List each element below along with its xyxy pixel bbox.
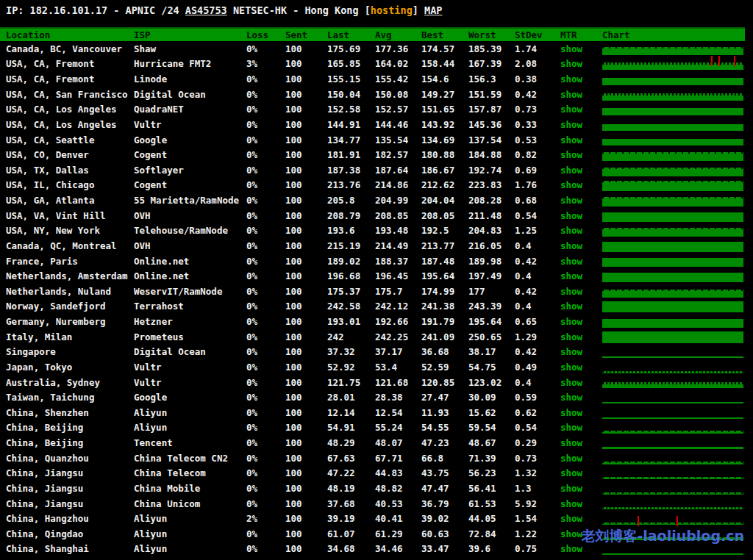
latency-jitter-notches [602, 152, 743, 154]
row-isp: Aliyun [134, 422, 246, 433]
row-sent: 100 [285, 543, 327, 554]
mtr-show-link[interactable]: show [560, 104, 582, 115]
row-sent: 100 [285, 362, 327, 373]
row-last: 175.37 [327, 286, 375, 297]
mtr-show-link[interactable]: show [560, 73, 582, 85]
row-isp: Cogent [134, 179, 246, 190]
mtr-show-link[interactable]: show [560, 528, 582, 539]
row-loss: 0% [246, 73, 285, 85]
bracket-close: ] [413, 4, 418, 16]
latency-chart [602, 208, 745, 223]
latency-bar [602, 523, 743, 525]
row-location: USA, CA, Fremont [0, 73, 134, 85]
row-last: 152.58 [327, 104, 375, 115]
row-isp: Google [134, 392, 246, 403]
mtr-show-link[interactable]: show [560, 134, 582, 146]
mtr-show-link[interactable]: show [560, 195, 582, 206]
row-last: 67.63 [327, 453, 375, 464]
mtr-show-link[interactable]: show [560, 225, 582, 236]
latency-chart [602, 450, 745, 466]
mtr-show-link[interactable]: show [560, 270, 582, 281]
mtr-show-link[interactable]: show [560, 407, 582, 418]
row-location: Singapore [0, 346, 134, 357]
mtr-show-link[interactable]: show [560, 498, 582, 509]
row-sent: 100 [285, 467, 327, 478]
latency-bar [602, 139, 743, 146]
column-header-avg: Avg [375, 29, 421, 40]
row-stdev: 0.4 [515, 377, 560, 388]
row-isp: Vultr [134, 362, 246, 373]
mtr-show-link[interactable]: show [560, 149, 582, 160]
mtr-show-link[interactable]: show [560, 513, 582, 524]
mtr-show-link[interactable]: show [560, 331, 582, 342]
row-best: 241.09 [421, 331, 468, 342]
table-row: China, Beijing Tencent 0% 100 48.29 48.0… [0, 435, 745, 450]
row-best: 47.47 [421, 483, 468, 494]
mtr-show-link[interactable]: show [560, 179, 582, 190]
row-avg: 12.54 [375, 407, 421, 418]
mtr-show-link[interactable]: show [560, 119, 582, 130]
row-best: 204.04 [421, 195, 468, 206]
row-location: USA, TX, Dallas [0, 165, 134, 176]
mtr-show-link[interactable]: show [560, 240, 582, 251]
map-link[interactable]: MAP [424, 4, 442, 16]
row-last: 37.68 [327, 498, 375, 509]
row-avg: 40.53 [375, 498, 421, 509]
row-best: 180.88 [421, 149, 468, 160]
row-avg: 182.57 [375, 149, 421, 160]
row-last: 48.29 [327, 437, 375, 448]
row-stdev: 0.69 [515, 165, 560, 176]
row-stdev: 0.73 [515, 104, 560, 115]
row-avg: 44.83 [375, 467, 421, 478]
mtr-show-link[interactable]: show [560, 256, 582, 267]
row-last: 165.85 [327, 58, 375, 69]
mtr-show-link[interactable]: show [560, 165, 582, 176]
table-row: USA, CA, Los Angeles QuadraNET 0% 100 15… [0, 102, 745, 118]
row-last: 121.75 [327, 377, 375, 388]
latency-chart [602, 375, 745, 390]
row-avg: 150.08 [375, 89, 421, 100]
mtr-show-link[interactable]: show [560, 543, 582, 554]
row-stdev: 0.68 [515, 195, 560, 206]
row-loss: 0% [246, 43, 285, 54]
row-best: 43.75 [421, 467, 468, 478]
latency-jitter-notches [602, 477, 743, 478]
row-best: 241.38 [421, 301, 468, 312]
row-location: Germany, Nuremberg [0, 316, 134, 327]
row-worst: 48.67 [468, 437, 515, 448]
mtr-show-link[interactable]: show [560, 483, 582, 494]
mtr-show-link[interactable]: show [560, 392, 582, 403]
latency-chart [602, 299, 745, 315]
mtr-show-link[interactable]: show [560, 301, 582, 312]
mtr-show-link[interactable]: show [560, 346, 582, 357]
row-loss: 0% [246, 134, 285, 146]
latency-bar [602, 181, 743, 191]
row-worst: 216.05 [468, 240, 515, 251]
mtr-show-link[interactable]: show [560, 362, 582, 373]
row-last: 61.07 [327, 528, 375, 539]
mtr-show-link[interactable]: show [560, 286, 582, 297]
row-sent: 100 [285, 58, 327, 69]
row-worst: 56.23 [468, 467, 515, 478]
mtr-show-link[interactable]: show [560, 437, 582, 448]
row-sent: 100 [285, 483, 327, 494]
latency-bar [602, 492, 743, 495]
row-best: 191.79 [421, 316, 468, 327]
mtr-show-link[interactable]: show [560, 467, 582, 478]
mtr-show-link[interactable]: show [560, 453, 582, 464]
mtr-show-link[interactable]: show [560, 210, 582, 221]
mtr-show-link[interactable]: show [560, 377, 582, 388]
mtr-show-link[interactable]: show [560, 89, 582, 100]
column-header-location: Location [0, 29, 134, 40]
row-last: 213.76 [327, 179, 375, 190]
mtr-show-link[interactable]: show [560, 43, 582, 54]
row-isp: Shaw [134, 43, 246, 54]
row-best: 134.69 [421, 134, 468, 146]
latency-jitter-notches [602, 492, 743, 494]
asn-link[interactable]: AS45753 [185, 4, 227, 16]
row-location: China, Qingdao [0, 528, 134, 539]
column-header-stdev: StDev [515, 29, 560, 40]
mtr-show-link[interactable]: show [560, 58, 582, 69]
mtr-show-link[interactable]: show [560, 316, 582, 327]
mtr-show-link[interactable]: show [560, 422, 582, 433]
